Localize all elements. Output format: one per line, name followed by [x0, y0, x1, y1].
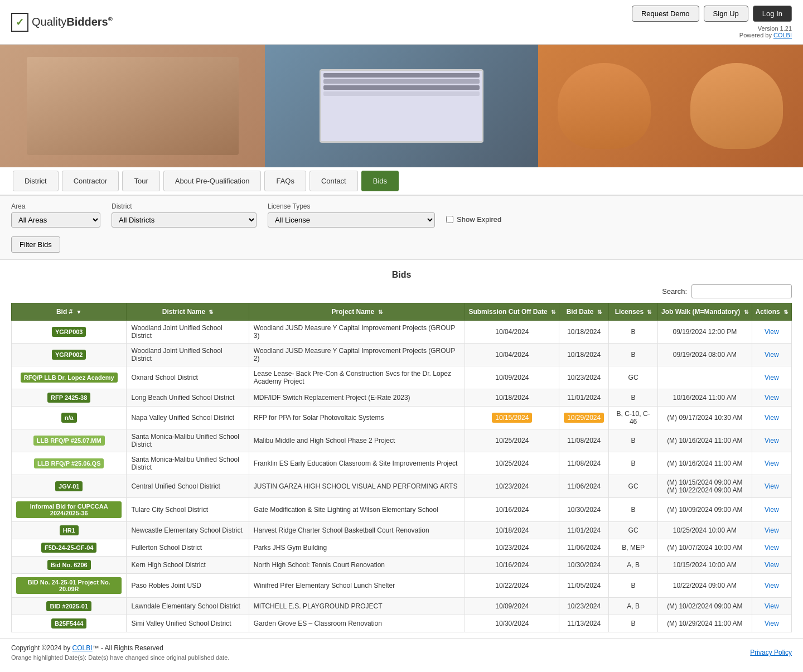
- nav-about-prequalification[interactable]: About Pre-Qualification: [163, 171, 262, 191]
- view-link[interactable]: View: [765, 561, 779, 569]
- licenses-cell: B: [609, 498, 658, 522]
- header-right: Request Demo Sign Up Log In Version 1.21…: [632, 6, 792, 38]
- district-name-cell: Oxnard School District: [127, 366, 249, 389]
- job-walk-cell: 09/19/2024 12:00 PM: [658, 321, 752, 344]
- submission-cut-cell: 10/09/2024: [465, 598, 559, 615]
- submission-cut-cell: 10/25/2024: [465, 429, 559, 452]
- district-select[interactable]: All Districts: [112, 212, 257, 228]
- nav-contractor[interactable]: Contractor: [62, 171, 119, 191]
- col-bid-date[interactable]: Bid Date ⇅: [559, 303, 609, 321]
- filter-section: Area All Areas District All Districts Li…: [0, 196, 803, 260]
- license-select[interactable]: All License: [268, 212, 435, 228]
- bid-id-cell: F5D-24-25-GF-04: [12, 539, 127, 557]
- project-name-cell: MDF/IDF Switch Replacement Project (E-Ra…: [249, 389, 465, 407]
- bid-date-cell: 10/23/2024: [559, 598, 609, 615]
- bid-date-cell: 10/18/2024: [559, 321, 609, 344]
- submission-cut-cell: 10/30/2024: [465, 615, 559, 632]
- view-link[interactable]: View: [765, 394, 779, 402]
- view-link[interactable]: View: [765, 414, 779, 422]
- view-link[interactable]: View: [765, 460, 779, 467]
- table-header-row: Bid # ▼ District Name ⇅ Project Name ⇅ S…: [12, 303, 792, 321]
- search-label: Search:: [662, 287, 687, 296]
- area-select[interactable]: All Areas: [11, 212, 100, 228]
- view-link[interactable]: View: [765, 482, 779, 490]
- project-name-cell: Lease Lease- Back Pre-Con & Construction…: [249, 366, 465, 389]
- logo-reg: ®: [108, 16, 113, 22]
- col-district-name[interactable]: District Name ⇅: [127, 303, 249, 321]
- view-link[interactable]: View: [765, 620, 779, 627]
- bid-date-cell: 11/13/2024: [559, 615, 609, 632]
- request-demo-button[interactable]: Request Demo: [632, 6, 699, 22]
- search-bar: Search:: [11, 284, 792, 298]
- bid-id-cell: B25F5444: [12, 615, 127, 632]
- bid-id-cell: Informal Bid for CUPCCAA 2024/2025-36: [12, 498, 127, 522]
- bid-date-cell: 10/23/2024: [559, 366, 609, 389]
- view-link[interactable]: View: [765, 526, 779, 534]
- view-link[interactable]: View: [765, 328, 779, 336]
- licenses-cell: B: [609, 615, 658, 632]
- sign-up-button[interactable]: Sign Up: [704, 6, 748, 22]
- top-header: ✓ QualityBidders® Request Demo Sign Up L…: [0, 0, 803, 45]
- hero-image: [0, 45, 803, 167]
- table-row: RFQ/P LLB Dr. Lopez AcademyOxnard School…: [12, 366, 792, 389]
- table-row: Bid No. 6206Kern High School DistrictNor…: [12, 557, 792, 574]
- bid-id-cell: JGV-01: [12, 475, 127, 498]
- view-link[interactable]: View: [765, 602, 779, 610]
- bid-id-cell: YGRP002: [12, 344, 127, 366]
- nav-tour[interactable]: Tour: [122, 171, 159, 191]
- project-name-cell: Malibu Middle and High School Phase 2 Pr…: [249, 429, 465, 452]
- table-row: BID No. 24-25-01 Project No. 20.09RPaso …: [12, 574, 792, 598]
- logo-box: ✓: [11, 13, 28, 32]
- show-expired-checkbox[interactable]: [446, 216, 453, 223]
- col-job-walk[interactable]: Job Walk (M=Mandatory) ⇅: [658, 303, 752, 321]
- district-name-cell: Simi Valley Unified School District: [127, 615, 249, 632]
- colbi-link[interactable]: COLBI: [773, 32, 792, 38]
- view-link[interactable]: View: [765, 544, 779, 552]
- nav-faqs[interactable]: FAQs: [264, 171, 306, 191]
- submission-cut-cell: 10/15/2024: [465, 407, 559, 429]
- bid-date-cell: 11/05/2024: [559, 574, 609, 598]
- project-name-cell: Franklin ES Early Education Classroom & …: [249, 452, 465, 475]
- table-row: B25F5444Simi Valley Unified School Distr…: [12, 615, 792, 632]
- submission-cut-cell: 10/09/2024: [465, 366, 559, 389]
- licenses-cell: B: [609, 452, 658, 475]
- footer-colbi-link[interactable]: COLBI: [72, 644, 93, 652]
- filter-bids-button[interactable]: Filter Bids: [11, 236, 60, 253]
- licenses-cell: A, B: [609, 557, 658, 574]
- bid-date-cell: 10/30/2024: [559, 557, 609, 574]
- submission-cut-cell: 10/04/2024: [465, 344, 559, 366]
- col-bid-id[interactable]: Bid # ▼: [12, 303, 127, 321]
- project-name-cell: Garden Grove ES – Classroom Renovation: [249, 615, 465, 632]
- col-licenses[interactable]: Licenses ⇅: [609, 303, 658, 321]
- col-actions[interactable]: Actions ⇅: [752, 303, 791, 321]
- table-row: JGV-01Central Unified School DistrictJUS…: [12, 475, 792, 498]
- action-cell: View: [752, 539, 791, 557]
- view-link[interactable]: View: [765, 437, 779, 444]
- nav-contact[interactable]: Contact: [309, 171, 358, 191]
- col-submission-cut[interactable]: Submission Cut Off Date ⇅: [465, 303, 559, 321]
- licenses-cell: GC: [609, 522, 658, 539]
- nav-district[interactable]: District: [13, 171, 59, 191]
- licenses-cell: B, MEP: [609, 539, 658, 557]
- licenses-cell: A, B: [609, 598, 658, 615]
- licenses-cell: B, C-10, C-46: [609, 407, 658, 429]
- search-input[interactable]: [691, 284, 792, 298]
- view-link[interactable]: View: [765, 351, 779, 359]
- nav-bids[interactable]: Bids: [361, 171, 399, 191]
- submission-cut-cell: 10/16/2024: [465, 498, 559, 522]
- bid-date-cell: 10/30/2024: [559, 498, 609, 522]
- privacy-policy-link[interactable]: Privacy Policy: [750, 649, 792, 656]
- bid-date-cell: 10/18/2024: [559, 344, 609, 366]
- view-link[interactable]: View: [765, 374, 779, 381]
- nav-bar: District Contractor Tour About Pre-Quali…: [0, 167, 803, 196]
- log-in-button[interactable]: Log In: [753, 6, 792, 22]
- view-link[interactable]: View: [765, 582, 779, 589]
- licenses-cell: B: [609, 389, 658, 407]
- project-name-cell: Woodland JUSD Measure Y Capital Improvem…: [249, 344, 465, 366]
- district-name-cell: Napa Valley Unified School District: [127, 407, 249, 429]
- job-walk-cell: 09/19/2024 08:00 AM: [658, 344, 752, 366]
- col-project-name[interactable]: Project Name ⇅: [249, 303, 465, 321]
- action-cell: View: [752, 557, 791, 574]
- header-buttons: Request Demo Sign Up Log In: [632, 6, 792, 22]
- view-link[interactable]: View: [765, 506, 779, 514]
